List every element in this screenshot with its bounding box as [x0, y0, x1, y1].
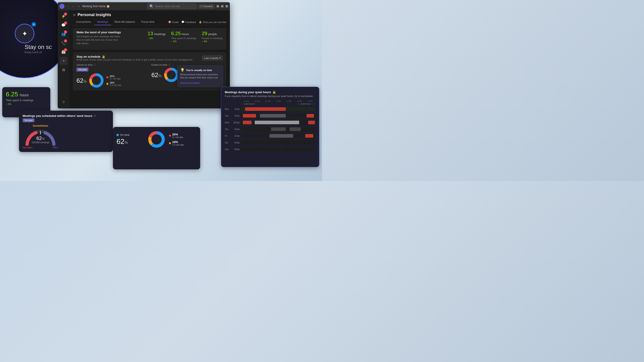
sidebar-item-grid[interactable]: ⊞: [60, 66, 68, 74]
add-tab-button[interactable]: +: [76, 4, 81, 8]
schedule-title-text: Stay on schedule: [76, 55, 100, 58]
title-bar-left: 👤 ‹ › + Working from home 🏠: [60, 4, 146, 9]
ended-pct-sign: %: [158, 74, 162, 78]
goals-button[interactable]: 🎯 Goals: [168, 20, 179, 23]
show-trends-link[interactable]: Show recent trends: [180, 82, 200, 84]
often-label: Often: [52, 146, 58, 149]
bar-wed-seg1: [243, 121, 252, 124]
sometimes-label: Sometimes: [22, 124, 58, 127]
time-8am: 8 AM: [241, 100, 252, 102]
ontime-pct-display: 62%: [116, 137, 144, 146]
feedback-label: Feedback: [185, 21, 196, 23]
forward-button[interactable]: ›: [71, 4, 75, 8]
joined-text: Joined on time: [76, 63, 92, 66]
content-header: ⚙ Personal insights Connections Meetings…: [69, 10, 230, 25]
activity-badge: 1: [64, 12, 67, 16]
time-12pm: 12 PM: [262, 100, 273, 102]
user-avatar: 👤: [60, 4, 64, 9]
page-title: Personal insights: [78, 12, 111, 17]
connect-button[interactable]: ⬡ Connect: [198, 4, 215, 8]
sidebar-item-calls[interactable]: 📞 1: [60, 39, 68, 47]
chevron-down-icon: ▾: [219, 56, 221, 59]
people-change: ↑ 4%: [202, 40, 223, 43]
bar-fri-seg1: [270, 134, 293, 138]
tab-meetings[interactable]: Meetings: [94, 19, 111, 25]
joined-pct-sign: %: [84, 79, 86, 83]
joined-legend: 20% 5+ min late 18% 2-4 min late: [106, 75, 121, 86]
schedule-lock-icon: 🔒: [102, 55, 105, 58]
search-icon: 🔍: [149, 4, 154, 8]
not-often-label: Not often: [22, 146, 33, 149]
quiet-hours-indicator: ← Quiet hours → ←— Quiet hours —→: [225, 103, 316, 105]
quiet-hours-card: Meetings during your quiet hours 🔒 If yo…: [221, 87, 319, 167]
gauge-count: 124/200 meetings: [32, 141, 50, 144]
teams-body: ⚡ 1 💬 1 👥 1 📞 1 📅 1 ✦ ⊞: [58, 10, 230, 108]
insights-icon: ✦: [22, 30, 28, 37]
minimize-button[interactable]: −: [216, 5, 219, 7]
sidebar-item-activity[interactable]: ⚡ 1: [60, 12, 68, 20]
window-tab: Working from home 🏠: [82, 5, 110, 8]
set-goal-meetings-button[interactable]: Set goal: [22, 118, 34, 122]
calls-badge: 1: [64, 39, 67, 42]
gauge-center-value: 62% 124/200 meetings: [32, 135, 50, 144]
ontime-pct-sign: %: [124, 140, 128, 145]
day-fri: Fri: [225, 135, 232, 137]
feedback-button[interactable]: 💬 Feedback: [181, 20, 196, 23]
gauge-pct-sign: %: [42, 137, 44, 141]
sidebar-item-teams[interactable]: 👥 1: [60, 30, 68, 38]
maximize-button[interactable]: □: [221, 5, 224, 7]
calendar-badge: 1: [64, 48, 67, 51]
people-desc: People in meetings: [202, 37, 223, 39]
ontime-pct-value: 62: [116, 137, 124, 145]
search-bar[interactable]: 🔍 Search, meet, and call: [147, 3, 196, 9]
window-controls: − □ ×: [216, 5, 228, 7]
tab-worklife[interactable]: Work-life balance: [111, 19, 138, 25]
set-goal-button-joined[interactable]: Set goal: [76, 68, 88, 71]
tab-connections[interactable]: Connections: [73, 19, 94, 25]
late5-text: 5+ min late: [110, 77, 120, 80]
bar-tue: [241, 114, 316, 117]
teams-window: 👤 ‹ › + Working from home 🏠 🔍 Search, me…: [58, 2, 230, 108]
sidebar-item-insights[interactable]: ✦: [60, 57, 68, 65]
quiet-row-sun: Sun 0 hrs: [225, 147, 316, 152]
ontime-late5-pct: 20%: [172, 133, 183, 136]
sidebar-item-help[interactable]: ?: [60, 98, 68, 107]
goals-icon: 🎯: [168, 20, 171, 23]
sidebar-item-chat[interactable]: 💬 1: [60, 21, 68, 29]
bar-fri: [241, 134, 316, 138]
late24-label: 18% 2-4 min late: [110, 81, 121, 86]
bar-wed-seg2: [255, 121, 299, 124]
day-tue: Tue: [225, 115, 232, 117]
main-content: ⚙ Personal insights Connections Meetings…: [69, 10, 230, 108]
ontime-late5-dot: [169, 135, 171, 137]
ontime-late24-pct: 18%: [172, 140, 184, 144]
late5-label: 20% 5+ min late: [110, 75, 120, 80]
day-mon: Mon: [225, 108, 232, 110]
timeframe-dropdown[interactable]: Last 4 weeks ▾: [202, 56, 223, 60]
visibility-button[interactable]: 🔒 Only you can see this: [199, 20, 226, 23]
ontime-donut-chart: [148, 130, 166, 148]
ontime-late5-info: 20% 5+ min late: [172, 133, 183, 139]
ontime-card: On time 62% 20% 5+ min late: [113, 127, 200, 169]
legend-late5: 20% 5+ min late: [106, 75, 121, 80]
hours-card-unit: hours: [20, 93, 29, 97]
hours-count: 6.25: [171, 31, 181, 36]
ended-pct: 62: [152, 71, 158, 78]
quiet-row-sat: Sat 0 hrs: [225, 140, 316, 145]
hours-card-value: 6.25: [6, 91, 18, 98]
ontime-layout: On time 62% 20% 5+ min late: [116, 130, 196, 148]
circle-icon-container: ✦ 🖱: [15, 24, 34, 43]
tab-focus[interactable]: Focus time: [138, 19, 158, 25]
hours-card-number: 6.25 hours: [6, 91, 47, 98]
search-text: Search, meet, and call: [155, 5, 180, 7]
quiet-row-thu: Thu 0 hrs: [225, 126, 316, 132]
ontime-label-row: On time: [116, 133, 144, 137]
hrs-tue: 2 hrs: [232, 115, 240, 117]
stats-header: Make the most of your meetings Get insig…: [76, 31, 223, 45]
gear-icon: ⚙: [73, 13, 76, 17]
close-button[interactable]: ×: [226, 5, 228, 7]
sidebar-item-calendar[interactable]: 📅 1: [60, 48, 68, 56]
back-button[interactable]: ‹: [66, 4, 70, 8]
tip-header: 💡 You're usually on time: [180, 68, 220, 72]
bar-thu-seg2: [290, 127, 301, 131]
